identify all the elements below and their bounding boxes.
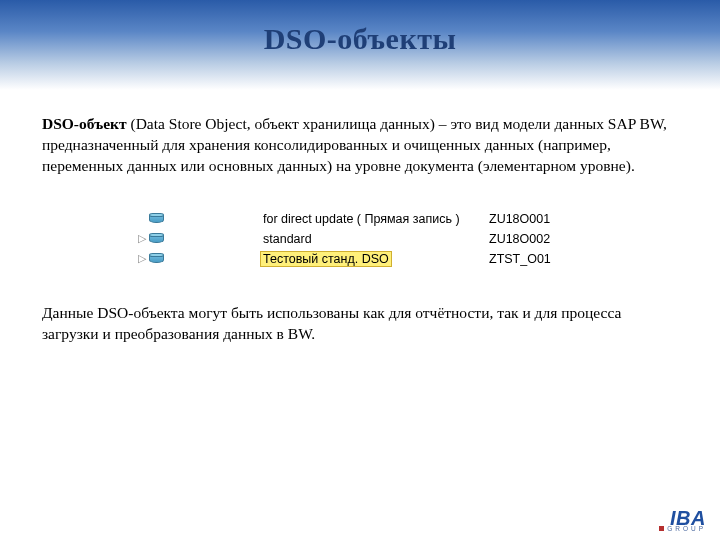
tree-label: standard (261, 232, 314, 246)
datastore-icon (149, 213, 164, 224)
expand-icon[interactable]: ▷ (137, 252, 147, 265)
tree-row[interactable]: ▷ for direct update ( Прямая запись ) ZU… (121, 209, 599, 229)
datastore-icon (149, 253, 164, 264)
intro-paragraph: DSO-объект (Data Store Object, объект хр… (42, 114, 678, 177)
tree-label: Тестовый станд. DSO (261, 252, 391, 266)
tree-code: ZU18O001 (489, 212, 599, 226)
page-title: DSO-объекты (0, 0, 720, 56)
dso-tree-screenshot: ▷ for direct update ( Прямая запись ) ZU… (121, 209, 599, 269)
expand-icon[interactable]: ▷ (137, 232, 147, 245)
tree-row[interactable]: ▷ Тестовый станд. DSO ZTST_O01 (121, 249, 599, 269)
datastore-icon (149, 233, 164, 244)
header-band: DSO-объекты (0, 0, 720, 90)
content-area: DSO-объект (Data Store Object, объект хр… (0, 90, 720, 345)
outro-paragraph: Данные DSO-объекта могут быть использова… (42, 303, 678, 345)
intro-rest: (Data Store Object, объект хранилища дан… (42, 115, 667, 174)
logo-subtext: GROUP (659, 525, 706, 532)
logo-square-icon (659, 526, 664, 531)
tree-label: for direct update ( Прямая запись ) (261, 212, 462, 226)
tree-code: ZU18O002 (489, 232, 599, 246)
tree-code: ZTST_O01 (489, 252, 599, 266)
iba-logo: IBA GROUP (659, 509, 706, 532)
tree-row[interactable]: ▷ standard ZU18O002 (121, 229, 599, 249)
intro-term: DSO-объект (42, 115, 127, 132)
